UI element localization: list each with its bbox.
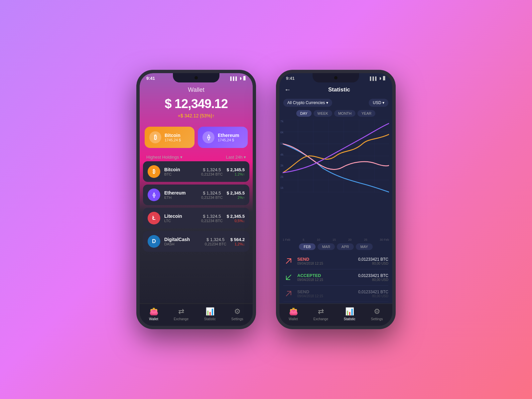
settings-nav-label: Settings <box>231 317 243 321</box>
btc-price: $ 1,324.5 <box>201 167 223 172</box>
notch2 <box>313 73 359 82</box>
notch <box>173 73 219 82</box>
tx-type-3: SEND <box>297 289 355 294</box>
chart-svg <box>283 120 389 193</box>
tx-send-icon-1 <box>283 256 294 266</box>
eth-price: $ 1,324.5 <box>201 191 223 196</box>
nav-exchange-2[interactable]: ⇄ Exchange <box>314 307 328 321</box>
statistic-nav-label: Statistic <box>204 317 216 321</box>
stat-filters: All Crypto Currencies ▾ USD ▾ <box>279 97 392 109</box>
signal-icon-2: ▌▌▌ <box>370 76 378 80</box>
btc-icon: ₿ <box>149 131 161 143</box>
tab-mar[interactable]: MAR <box>318 243 335 250</box>
eth-holding-info: Ethereum ETH <box>164 190 197 200</box>
tx-date-3: 09/04/2018 12:15 <box>297 294 355 298</box>
dash-change: 1,2%↓ <box>230 242 245 246</box>
tx-send-icon-2 <box>283 288 294 299</box>
tx-btc-1: 0,01233421 BTC <box>358 257 388 262</box>
tab-year[interactable]: YEAR <box>357 110 375 117</box>
nav-statistic[interactable]: 📊 Statistic <box>204 307 216 321</box>
eth-name: Ethereum <box>218 133 239 138</box>
ltc-change: 0,5%↓ <box>227 219 245 223</box>
eth-amount: 1745,24 $ <box>218 138 239 142</box>
x-label-5: 5 <box>303 238 304 241</box>
back-button[interactable]: ← <box>284 86 291 93</box>
crypto-cards: ₿ Bitcoin 1745,24 $ ⟠ Ethereum 1745,24 $ <box>140 122 253 153</box>
status-icons-2: ▌▌▌ ◗ ▊ <box>370 76 386 80</box>
wallet-balance: $ 12,349.12 <box>146 97 246 111</box>
tx-amount-2: 0,01233421 BTC 80,00 USD <box>358 273 388 282</box>
exchange-nav-label: Exchange <box>174 317 189 321</box>
usd-filter[interactable]: USD ▾ <box>369 99 388 107</box>
tab-may[interactable]: MAY <box>356 243 373 250</box>
tx-type-2: ACCEPTED <box>297 273 355 278</box>
eth-btc: 0,21234 BTC <box>201 196 223 200</box>
ltc-mid: $ 1,324.5 0,21234 BTC <box>201 214 223 223</box>
tab-apr[interactable]: APR <box>337 243 354 250</box>
nav-statistic-2[interactable]: 📊 Statistic <box>344 307 355 321</box>
wallet-screen: 9:41 ▌▌▌ ◗ ▊ Wallet $ 12,349.12 +$ 342.1… <box>140 73 253 326</box>
phone-wallet: 9:41 ▌▌▌ ◗ ▊ Wallet $ 12,349.12 +$ 342.1… <box>136 70 256 329</box>
eth-mid: $ 1,324.5 0,21234 BTC <box>201 191 223 200</box>
eth-info: Ethereum 1745,24 $ <box>218 133 239 142</box>
nav-wallet-2[interactable]: 👛 Wallet <box>289 307 298 321</box>
status-icons: ▌▌▌ ◗ ▊ <box>230 76 246 80</box>
ltc-value: $ 2,345.5 <box>227 214 245 219</box>
eth-card[interactable]: ⟠ Ethereum 1745,24 $ <box>198 127 248 148</box>
eth-holding-icon: ⟠ <box>148 189 160 201</box>
x-label-1: 1 Feb <box>283 238 290 241</box>
tx-usd-2: 80,00 USD <box>358 278 388 282</box>
camera2 <box>334 76 337 79</box>
tab-feb[interactable]: FEB <box>299 243 315 250</box>
wallet-nav-icon-2: 👛 <box>289 307 298 316</box>
holdings-list: ₿ Bitcoin BTC $ 1,324.5 0,21234 BTC $ 2,… <box>140 161 253 304</box>
ltc-holding-symbol: LTC <box>164 219 197 223</box>
holdings-header: Highest Holdings ▾ Last 24h ▾ <box>140 153 253 161</box>
btc-mid: $ 1,324.5 0,21234 BTC <box>201 167 223 176</box>
holding-btc[interactable]: ₿ Bitcoin BTC $ 1,324.5 0,21234 BTC $ 2,… <box>143 161 249 182</box>
exchange-nav-icon-2: ⇄ <box>318 307 324 316</box>
btc-card[interactable]: ₿ Bitcoin 1745,24 $ <box>145 127 195 148</box>
btc-info: Bitcoin 1745,24 $ <box>165 133 181 142</box>
camera <box>195 76 198 79</box>
tab-week[interactable]: WEEK <box>314 110 332 117</box>
ltc-right: $ 2,345.5 0,5%↓ <box>227 214 245 223</box>
eth-right: $ 2,345.5 2%↑ <box>227 191 245 200</box>
time-label[interactable]: Last 24h ▾ <box>226 155 246 160</box>
ltc-btc: 0,21234 BTC <box>201 219 223 223</box>
x-label-30: 30 Feb <box>380 238 389 241</box>
phone-statistic: 9:41 ▌▌▌ ◗ ▊ ← Statistic All Crypto Curr… <box>276 70 396 329</box>
tx-send-2[interactable]: SEND 09/04/2018 12:15 0,01233421 BTC 80,… <box>283 286 388 302</box>
tx-usd-1: 80,00 USD <box>358 262 388 265</box>
tx-date-1: 09/04/2018 12:15 <box>297 262 355 265</box>
btc-change: 1.2%↑ <box>227 172 245 176</box>
nav-settings-2[interactable]: ⚙ Settings <box>371 307 383 321</box>
ltc-price: $ 1,324.5 <box>201 214 223 219</box>
x-label-25: 25 <box>364 238 367 241</box>
wallet-nav-label-2: Wallet <box>289 317 298 321</box>
signal-icon: ▌▌▌ <box>230 76 238 80</box>
wifi-icon-2: ◗ <box>379 76 381 80</box>
nav-settings[interactable]: ⚙ Settings <box>231 307 243 321</box>
tx-amount-1: 0,01233421 BTC 80,00 USD <box>358 257 388 265</box>
dash-price: $ 1,324.5 <box>205 237 226 242</box>
holding-dash[interactable]: D DigitalCash DASH $ 1,324.5 0,21234 BTC… <box>143 231 249 252</box>
tab-day[interactable]: DAY <box>296 110 312 117</box>
exchange-nav-icon: ⇄ <box>178 307 184 316</box>
transactions-list: SEND 09/04/2018 12:15 0,01233421 BTC 80,… <box>279 251 392 304</box>
nav-exchange[interactable]: ⇄ Exchange <box>174 307 189 321</box>
holding-eth[interactable]: ⟠ Ethereum ETH $ 1,324.5 0,21234 BTC $ 2… <box>143 185 249 205</box>
nav-wallet[interactable]: 👛 Wallet <box>149 307 158 321</box>
wallet-nav-label: Wallet <box>149 317 158 321</box>
battery-icon-2: ▊ <box>383 76 386 80</box>
chart-y-labels <box>283 194 389 195</box>
holding-ltc[interactable]: Ł Litecoin LTC $ 1,324.5 0,21234 BTC $ 2… <box>143 208 249 228</box>
tx-date-2: 09/04/2018 12:15 <box>297 278 355 282</box>
btc-value: $ 2,345.5 <box>227 167 245 172</box>
holdings-label[interactable]: Highest Holdings ▾ <box>146 155 183 160</box>
tx-send-1[interactable]: SEND 09/04/2018 12:15 0,01233421 BTC 80,… <box>283 253 388 269</box>
tab-month[interactable]: MONTH <box>334 110 355 117</box>
tx-accepted[interactable]: ACCEPTED 09/04/2018 12:15 0,01233421 BTC… <box>283 269 388 286</box>
wifi-icon: ◗ <box>240 76 242 80</box>
currency-filter[interactable]: All Crypto Currencies ▾ <box>283 99 332 107</box>
